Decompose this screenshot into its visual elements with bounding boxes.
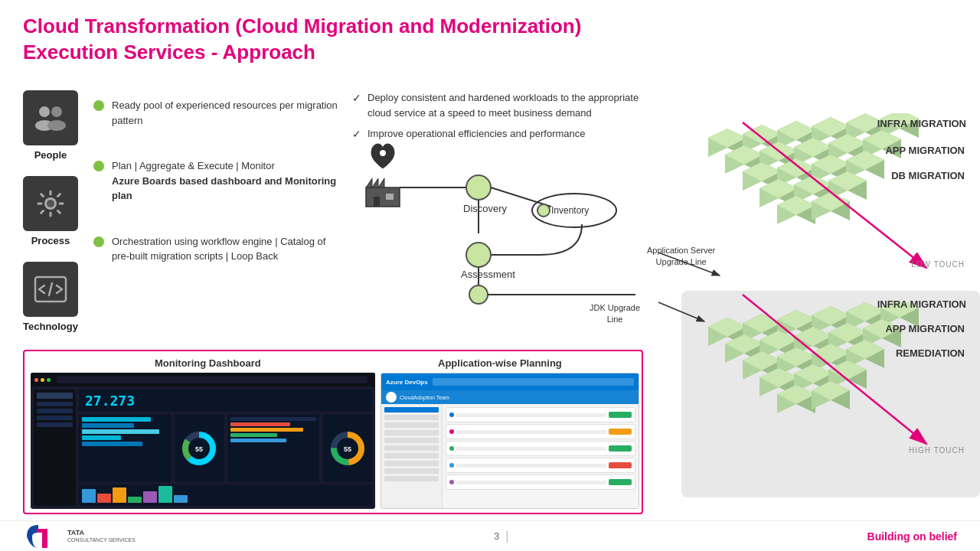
bottom-bar-2 bbox=[97, 494, 111, 503]
remediation-label: REMEDIATION bbox=[896, 346, 965, 360]
sidebar-pipelines bbox=[384, 461, 439, 466]
dash-sidebar-item-1 bbox=[37, 393, 73, 399]
dash-bottom-bars bbox=[79, 484, 372, 506]
svg-point-1 bbox=[51, 106, 62, 117]
remediation-text: REMEDIATION bbox=[896, 347, 965, 359]
appplan-items-list bbox=[446, 407, 635, 490]
people-desc-content: Ready pool of experienced resources per … bbox=[112, 99, 338, 126]
appplan-header-title: Azure DevOps bbox=[386, 379, 428, 386]
bullets-section: ✓ Deploy consistent and hardened workloa… bbox=[352, 90, 643, 148]
tech-desc-item: Orchestration using workflow engine | Ca… bbox=[93, 234, 346, 264]
item-status-3 bbox=[609, 445, 632, 452]
appplan-right-content bbox=[443, 404, 639, 509]
item-status-4 bbox=[609, 462, 632, 468]
appplan-team-name: CloudAdoption Team bbox=[400, 395, 449, 400]
tech-desc-text: Orchestration using workflow engine | Ca… bbox=[112, 234, 346, 264]
bullet-2: ✓ Improve operational efficiencies and p… bbox=[352, 126, 643, 142]
process-block: Process bbox=[23, 176, 78, 246]
svg-point-19 bbox=[537, 204, 550, 217]
gear-icon bbox=[34, 187, 67, 220]
footer-company: TATA bbox=[67, 529, 136, 537]
sidebar-queries bbox=[384, 445, 439, 451]
item-bar-1 bbox=[456, 413, 606, 417]
sidebar-artifacts bbox=[384, 476, 439, 481]
svg-line-155 bbox=[658, 302, 704, 321]
low-touch-text: LOW TOUCH bbox=[911, 260, 965, 269]
svg-point-0 bbox=[39, 106, 50, 117]
descriptions-column: Ready pool of experienced resources per … bbox=[93, 90, 346, 295]
people-desc-item: Ready pool of experienced resources per … bbox=[93, 98, 346, 128]
footer-page-area: 3 | bbox=[494, 530, 508, 543]
dash-charts-row: 55 bbox=[79, 414, 372, 482]
db-migration-label: DB MIGRATION bbox=[891, 168, 965, 182]
dash-dot-yellow bbox=[41, 378, 44, 382]
technology-icon-box bbox=[23, 262, 78, 317]
bottom-bar-3 bbox=[113, 487, 126, 503]
process-desc-line2: Azure Boards based dashboard and Monitor… bbox=[112, 175, 336, 202]
bullet-text-2: Improve operational efficiencies and per… bbox=[368, 126, 585, 142]
footer: TATA CONSULTANCY SERVICES 3 | Building o… bbox=[0, 520, 980, 551]
dash-dot-green bbox=[47, 378, 51, 382]
svg-rect-13 bbox=[386, 194, 394, 200]
process-icon-box bbox=[23, 176, 78, 231]
infra-migration-bottom-label: INFRA MIGRATION bbox=[877, 297, 966, 311]
process-desc-line1: Plan | Aggregate & Execute | Monitor bbox=[112, 160, 275, 171]
sidebar-work-items bbox=[384, 422, 439, 428]
item-dot-1 bbox=[449, 412, 454, 417]
bar2-3 bbox=[230, 428, 304, 432]
tech-desc-content: Orchestration using workflow engine | Ca… bbox=[112, 236, 325, 262]
people-icon bbox=[34, 104, 67, 132]
svg-point-15 bbox=[466, 175, 491, 200]
appplan-item-4 bbox=[446, 458, 635, 473]
code-icon bbox=[34, 276, 67, 303]
item-bar-3 bbox=[456, 447, 606, 451]
svg-marker-10 bbox=[372, 178, 378, 187]
high-touch-label: HIGH TOUCH bbox=[909, 442, 965, 456]
bar-3 bbox=[82, 429, 159, 434]
appplan-content-area bbox=[381, 404, 639, 509]
process-desc-section: Plan | Aggregate & Execute | Monitor Azu… bbox=[93, 158, 346, 204]
check-icon-2: ✓ bbox=[352, 126, 361, 142]
dash-number: 27.273 bbox=[85, 393, 135, 409]
item-bar-5 bbox=[456, 481, 606, 484]
item-status-1 bbox=[609, 412, 632, 418]
check-icon-1: ✓ bbox=[352, 90, 361, 106]
footer-tagline: Building on belief bbox=[867, 530, 957, 543]
low-touch-label: LOW TOUCH bbox=[911, 256, 965, 270]
process-dot bbox=[93, 161, 104, 171]
item-dot-3 bbox=[449, 446, 454, 451]
donut-svg-2: 55 bbox=[328, 429, 367, 468]
appplan-mockup: Azure DevOps CloudAdoption Team bbox=[381, 373, 639, 509]
jdk-upgrade-label: JDK UpgradeLine bbox=[590, 302, 640, 326]
appplan-sidebar bbox=[381, 404, 443, 509]
bottom-bar-4 bbox=[128, 497, 142, 503]
appplan-item-2 bbox=[446, 424, 635, 439]
people-dot bbox=[93, 100, 104, 111]
bottom-bar-5 bbox=[143, 491, 157, 503]
bar-4 bbox=[82, 435, 121, 440]
svg-text:Assessment: Assessment bbox=[461, 269, 515, 280]
bullet-1: ✓ Deploy consistent and hardened workloa… bbox=[352, 90, 643, 120]
tcs-logo-svg bbox=[23, 521, 61, 552]
title-line1: Cloud Transformation (Cloud Migration an… bbox=[23, 14, 581, 40]
db-label: DB MIGRATION bbox=[891, 170, 965, 181]
bar2-4 bbox=[230, 433, 278, 437]
bullet-text-1: Deploy consistent and hardened workloads… bbox=[368, 90, 643, 120]
dash-sidebar-item-4 bbox=[37, 416, 73, 420]
technology-label: Technology bbox=[23, 321, 78, 332]
appplan-item-5 bbox=[446, 474, 635, 490]
item-bar-4 bbox=[456, 464, 606, 468]
sidebar-boards bbox=[384, 415, 439, 420]
svg-text:55: 55 bbox=[195, 445, 203, 453]
monitoring-section: Monitoring Dashboard Application-wise Pl… bbox=[23, 350, 643, 514]
item-dot-4 bbox=[449, 463, 454, 468]
svg-rect-8 bbox=[366, 187, 400, 207]
app-migration-bottom-label: APP MIGRATION bbox=[885, 321, 965, 335]
appplan-header-bar: Azure DevOps bbox=[381, 373, 639, 390]
appplan-item-1 bbox=[446, 407, 635, 422]
bar-5 bbox=[82, 442, 142, 446]
process-label: Process bbox=[31, 235, 70, 246]
infra-label-top: INFRA MIGRATION bbox=[877, 118, 966, 129]
people-desc-text: Ready pool of experienced resources per … bbox=[112, 98, 346, 128]
bar-2 bbox=[82, 423, 134, 428]
